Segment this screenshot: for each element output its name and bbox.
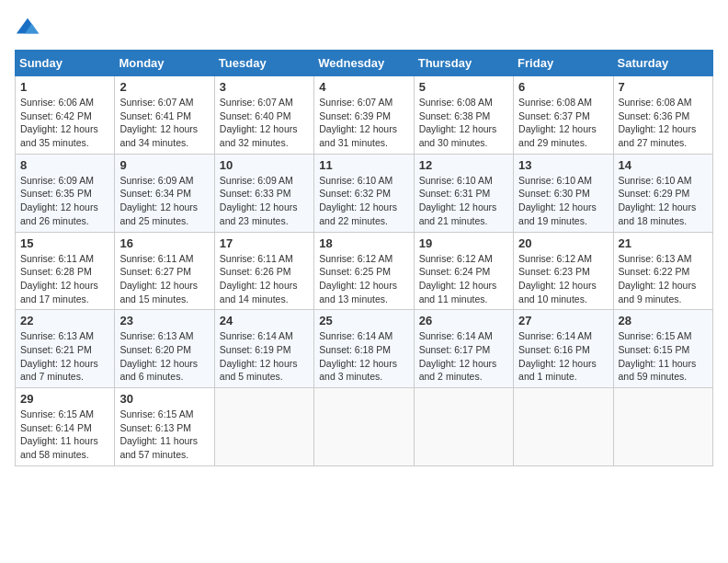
day-number: 11 (319, 158, 408, 172)
day-number: 29 (20, 392, 109, 406)
day-info: Sunrise: 6:11 AM Sunset: 6:27 PM Dayligh… (119, 252, 209, 306)
page-header (15, 15, 713, 40)
calendar-cell: 16 Sunrise: 6:11 AM Sunset: 6:27 PM Dayl… (115, 232, 214, 310)
day-number: 17 (220, 236, 309, 250)
day-info: Sunrise: 6:14 AM Sunset: 6:19 PM Dayligh… (220, 329, 309, 384)
day-number: 7 (619, 80, 708, 94)
day-number: 1 (20, 80, 109, 94)
calendar-table: SundayMondayTuesdayWednesdayThursdayFrid… (15, 50, 713, 466)
calendar-cell: 9 Sunrise: 6:09 AM Sunset: 6:34 PM Dayli… (115, 154, 214, 232)
calendar-cell: 19 Sunrise: 6:12 AM Sunset: 6:24 PM Dayl… (414, 232, 513, 310)
calendar-cell: 21 Sunrise: 6:13 AM Sunset: 6:22 PM Dayl… (613, 232, 712, 310)
day-info: Sunrise: 6:09 AM Sunset: 6:34 PM Dayligh… (119, 174, 209, 228)
day-info: Sunrise: 6:07 AM Sunset: 6:40 PM Dayligh… (220, 96, 309, 150)
day-info: Sunrise: 6:12 AM Sunset: 6:25 PM Dayligh… (319, 252, 408, 306)
day-number: 4 (319, 80, 408, 94)
day-number: 20 (518, 236, 608, 250)
calendar-cell: 14 Sunrise: 6:10 AM Sunset: 6:29 PM Dayl… (613, 154, 712, 232)
day-info: Sunrise: 6:09 AM Sunset: 6:35 PM Dayligh… (20, 174, 109, 228)
calendar-cell: 22 Sunrise: 6:13 AM Sunset: 6:21 PM Dayl… (16, 310, 115, 388)
day-info: Sunrise: 6:08 AM Sunset: 6:36 PM Dayligh… (619, 96, 708, 150)
logo (15, 15, 44, 40)
calendar-cell: 24 Sunrise: 6:14 AM Sunset: 6:19 PM Dayl… (214, 310, 313, 388)
day-info: Sunrise: 6:14 AM Sunset: 6:16 PM Dayligh… (518, 329, 608, 384)
calendar-cell: 5 Sunrise: 6:08 AM Sunset: 6:38 PM Dayli… (414, 76, 513, 155)
day-info: Sunrise: 6:12 AM Sunset: 6:24 PM Dayligh… (419, 252, 508, 306)
day-info: Sunrise: 6:11 AM Sunset: 6:26 PM Dayligh… (220, 252, 309, 306)
day-info: Sunrise: 6:06 AM Sunset: 6:42 PM Dayligh… (20, 96, 109, 150)
weekday-header-tuesday: Tuesday (214, 51, 313, 76)
day-number: 6 (518, 80, 608, 94)
day-number: 16 (119, 236, 209, 250)
calendar-cell: 12 Sunrise: 6:10 AM Sunset: 6:31 PM Dayl… (414, 154, 513, 232)
calendar-cell (613, 388, 712, 466)
calendar-cell: 11 Sunrise: 6:10 AM Sunset: 6:32 PM Dayl… (314, 154, 414, 232)
day-number: 12 (419, 158, 508, 172)
calendar-cell: 28 Sunrise: 6:15 AM Sunset: 6:15 PM Dayl… (613, 310, 712, 388)
day-info: Sunrise: 6:12 AM Sunset: 6:23 PM Dayligh… (518, 252, 608, 306)
calendar-cell: 10 Sunrise: 6:09 AM Sunset: 6:33 PM Dayl… (214, 154, 313, 232)
day-info: Sunrise: 6:14 AM Sunset: 6:18 PM Dayligh… (319, 329, 408, 384)
calendar-cell: 15 Sunrise: 6:11 AM Sunset: 6:28 PM Dayl… (16, 232, 115, 310)
day-number: 25 (319, 314, 408, 327)
day-number: 24 (220, 314, 309, 327)
weekday-header-thursday: Thursday (414, 51, 513, 76)
day-number: 23 (119, 314, 209, 327)
day-number: 15 (20, 236, 109, 250)
day-info: Sunrise: 6:15 AM Sunset: 6:13 PM Dayligh… (119, 408, 209, 462)
day-number: 13 (518, 158, 608, 172)
calendar-cell (414, 388, 513, 466)
calendar-cell: 2 Sunrise: 6:07 AM Sunset: 6:41 PM Dayli… (115, 76, 214, 155)
calendar-cell: 29 Sunrise: 6:15 AM Sunset: 6:14 PM Dayl… (16, 388, 115, 466)
day-info: Sunrise: 6:10 AM Sunset: 6:30 PM Dayligh… (518, 174, 608, 228)
day-info: Sunrise: 6:10 AM Sunset: 6:29 PM Dayligh… (619, 174, 708, 228)
calendar-cell: 1 Sunrise: 6:06 AM Sunset: 6:42 PM Dayli… (16, 76, 115, 155)
day-info: Sunrise: 6:14 AM Sunset: 6:17 PM Dayligh… (419, 329, 508, 384)
weekday-header-sunday: Sunday (16, 51, 115, 76)
day-number: 18 (319, 236, 408, 250)
calendar-cell (314, 388, 414, 466)
weekday-header-saturday: Saturday (613, 51, 712, 76)
day-number: 9 (119, 158, 209, 172)
calendar-cell: 13 Sunrise: 6:10 AM Sunset: 6:30 PM Dayl… (514, 154, 613, 232)
day-info: Sunrise: 6:09 AM Sunset: 6:33 PM Dayligh… (220, 174, 309, 228)
day-number: 3 (220, 80, 309, 94)
day-info: Sunrise: 6:13 AM Sunset: 6:22 PM Dayligh… (619, 252, 708, 306)
day-number: 10 (220, 158, 309, 172)
day-info: Sunrise: 6:10 AM Sunset: 6:31 PM Dayligh… (419, 174, 508, 228)
day-number: 14 (619, 158, 708, 172)
day-number: 28 (619, 314, 708, 327)
calendar-cell: 25 Sunrise: 6:14 AM Sunset: 6:18 PM Dayl… (314, 310, 414, 388)
calendar-cell: 26 Sunrise: 6:14 AM Sunset: 6:17 PM Dayl… (414, 310, 513, 388)
day-info: Sunrise: 6:10 AM Sunset: 6:32 PM Dayligh… (319, 174, 408, 228)
day-number: 2 (119, 80, 209, 94)
weekday-header-monday: Monday (115, 51, 214, 76)
calendar-cell (214, 388, 313, 466)
day-info: Sunrise: 6:15 AM Sunset: 6:14 PM Dayligh… (20, 408, 109, 462)
day-number: 27 (518, 314, 608, 327)
calendar-cell: 6 Sunrise: 6:08 AM Sunset: 6:37 PM Dayli… (514, 76, 613, 155)
day-info: Sunrise: 6:11 AM Sunset: 6:28 PM Dayligh… (20, 252, 109, 306)
day-info: Sunrise: 6:13 AM Sunset: 6:20 PM Dayligh… (119, 329, 209, 384)
logo-icon (15, 15, 40, 40)
calendar-cell: 3 Sunrise: 6:07 AM Sunset: 6:40 PM Dayli… (214, 76, 313, 155)
day-number: 22 (20, 314, 109, 327)
day-number: 26 (419, 314, 508, 327)
calendar-cell: 4 Sunrise: 6:07 AM Sunset: 6:39 PM Dayli… (314, 76, 414, 155)
day-number: 21 (619, 236, 708, 250)
day-number: 5 (419, 80, 508, 94)
weekday-header-wednesday: Wednesday (314, 51, 414, 76)
calendar-cell: 27 Sunrise: 6:14 AM Sunset: 6:16 PM Dayl… (514, 310, 613, 388)
day-info: Sunrise: 6:13 AM Sunset: 6:21 PM Dayligh… (20, 329, 109, 384)
calendar-cell: 7 Sunrise: 6:08 AM Sunset: 6:36 PM Dayli… (613, 76, 712, 155)
day-number: 19 (419, 236, 508, 250)
calendar-cell: 20 Sunrise: 6:12 AM Sunset: 6:23 PM Dayl… (514, 232, 613, 310)
calendar-cell: 8 Sunrise: 6:09 AM Sunset: 6:35 PM Dayli… (16, 154, 115, 232)
calendar-cell: 17 Sunrise: 6:11 AM Sunset: 6:26 PM Dayl… (214, 232, 313, 310)
day-info: Sunrise: 6:15 AM Sunset: 6:15 PM Dayligh… (619, 329, 708, 384)
calendar-cell: 23 Sunrise: 6:13 AM Sunset: 6:20 PM Dayl… (115, 310, 214, 388)
day-info: Sunrise: 6:08 AM Sunset: 6:38 PM Dayligh… (419, 96, 508, 150)
day-info: Sunrise: 6:07 AM Sunset: 6:41 PM Dayligh… (119, 96, 209, 150)
day-number: 30 (119, 392, 209, 406)
calendar-cell: 18 Sunrise: 6:12 AM Sunset: 6:25 PM Dayl… (314, 232, 414, 310)
